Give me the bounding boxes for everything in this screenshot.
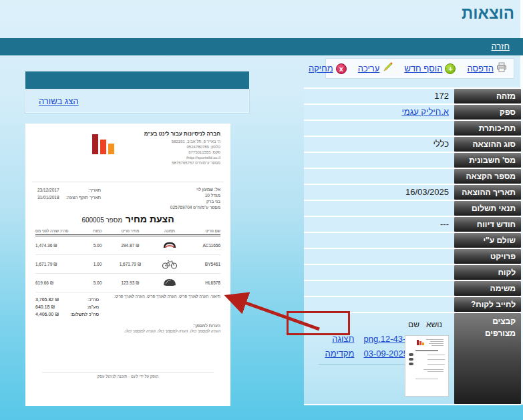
- plus-circle-icon: +: [445, 63, 456, 74]
- thumbnail-logo: [417, 340, 424, 345]
- back-link[interactable]: חזרה: [491, 41, 510, 51]
- detail-value: [304, 233, 454, 248]
- delete-label: מחיקה: [309, 63, 333, 73]
- detail-row-expense-date: תאריך ההוצאה 16/03/2025: [304, 185, 521, 200]
- detail-row-id: מזהה 172: [304, 89, 521, 103]
- document-dates: תאריך:23/12/2017 תאריך תוקף הצעה:31/01/2…: [37, 188, 101, 202]
- handlebar-image: [151, 241, 188, 250]
- detail-label: לחייב לקוח?: [454, 297, 521, 312]
- detail-row-paid-by: שולם ע"י: [304, 233, 521, 248]
- detail-row-supplier: ספק א.חיליק עגמי: [304, 105, 521, 120]
- detail-row-allocation-number: מספר הקצאה: [304, 169, 521, 184]
- document-footer: הופק על ידי לינט - תוכנה לניהול עסק: [25, 375, 230, 379]
- detail-value: כללי: [304, 137, 454, 152]
- expenses-page: הוצאות חזרה הדפסה + הוסף חדש עריכה x מחי…: [0, 0, 523, 420]
- show-inline-box: הצג בשורה: [25, 89, 249, 113]
- company-info: חברה לניסיונות עבור לינט בע"מ ה' באייר 5…: [144, 131, 220, 166]
- items-table: שם פריט תמונה מחיר פריט כמות סה"כ שורה ל…: [35, 229, 220, 299]
- detail-label: לקוח: [454, 265, 521, 280]
- page-title: הוצאות: [462, 4, 514, 23]
- pencil-icon: [382, 62, 393, 75]
- table-row: AC11656 294.87 ₪ 5.00 1,474.36 ₪: [35, 236, 220, 255]
- add-new-label: הוסף חדש: [404, 63, 442, 73]
- detail-value: [304, 153, 454, 168]
- detail-value: 16/03/2025: [304, 185, 454, 200]
- printer-icon: [496, 62, 507, 75]
- helmet-image: [151, 278, 188, 287]
- print-label: הדפסה: [467, 63, 494, 73]
- detail-row-charge-customer: לחייב לקוח?: [304, 297, 521, 312]
- document-totals: סה"כ:3,765.82 ₪ מע"מ:640.18 ₪ סה"כ לתשלו…: [35, 297, 99, 319]
- attachment-thumbnail[interactable]: [405, 335, 449, 397]
- toolbar: הדפסה + הוסף חדש עריכה x מחיקה: [325, 58, 514, 79]
- detail-label: חודש דיווח מע"מ: [454, 217, 521, 232]
- detail-row-vat-report-month: חודש דיווח מע"מ ---: [304, 217, 521, 232]
- detail-value: ---: [304, 217, 454, 232]
- detail-row-task: משימה: [304, 281, 521, 296]
- detail-label: שולם ע"י: [454, 233, 521, 248]
- detail-value: 172: [304, 89, 454, 103]
- x-circle-icon: x: [336, 63, 347, 74]
- detail-value: [304, 169, 454, 184]
- preview-header-bar: [25, 71, 249, 89]
- detail-row-customer: לקוח: [304, 265, 521, 280]
- detail-value: [304, 121, 454, 136]
- detail-row-expense-type: סוג ההוצאה כללי: [304, 137, 521, 152]
- document-preview: חברה לניסיונות עבור לינט בע"מ ה' באייר 5…: [25, 124, 230, 406]
- detail-label: קבצים מצורפים: [454, 313, 521, 404]
- attachment-subject-header: נושא: [426, 317, 442, 332]
- detail-label: מספר הקצאה: [454, 169, 521, 184]
- bicycle-image: [151, 259, 188, 270]
- detail-label: מס' חשבונית: [454, 153, 521, 168]
- top-nav-bar: חזרה: [0, 38, 523, 55]
- items-table-header: שם פריט תמונה מחיר פריט כמות סה"כ שורה ל…: [35, 229, 220, 236]
- detail-label: תנאי תשלום: [454, 201, 521, 216]
- detail-value: [304, 201, 454, 216]
- detail-row-payment-terms: תנאי תשלום: [304, 201, 521, 216]
- edit-label: עריכה: [358, 63, 380, 73]
- detail-label: תת-כותרת: [454, 121, 521, 136]
- detail-value: [304, 249, 454, 264]
- show-inline-link[interactable]: הצג בשורה: [39, 96, 79, 106]
- detail-label: תאריך ההוצאה: [454, 185, 521, 200]
- attachment-name-header: שם: [408, 317, 419, 332]
- detail-label: משימה: [454, 281, 521, 296]
- edit-button[interactable]: עריכה: [358, 62, 393, 75]
- customer-info: אל: שמעון לוי מגדל 10 בני ברק מספר ע"מ/ח…: [170, 186, 220, 210]
- table-row: HL6578 123.93 ₪ 5.00 619.66 ₪: [35, 274, 220, 292]
- company-logo-bars-icon: [92, 134, 114, 154]
- document-notes: הערות למסמך: הערה למסמך כולו. הערה למסמך…: [124, 323, 220, 333]
- delete-button[interactable]: x מחיקה: [309, 63, 347, 74]
- company-name: חברה לניסיונות עבור לינט בע"מ: [144, 131, 220, 137]
- document-divider: [32, 182, 224, 182]
- detail-label: פרויקט: [454, 249, 521, 264]
- detail-row-invoice-number: מס' חשבונית: [304, 153, 521, 168]
- add-new-button[interactable]: + הוסף חדש: [404, 63, 456, 74]
- detail-label: ספק: [454, 105, 521, 120]
- detail-label: מזהה: [454, 89, 521, 103]
- expense-details-panel: מזהה 172 ספק א.חיליק עגמי תת-כותרת סוג ה…: [304, 87, 521, 405]
- attachments-headers: נושא שם: [408, 317, 442, 332]
- supplier-link[interactable]: א.חיליק עגמי: [401, 107, 449, 117]
- detail-label: סוג ההוצאה: [454, 137, 521, 152]
- detail-row-project: פרויקט: [304, 249, 521, 264]
- annotation-arrow: [219, 284, 333, 341]
- footer-divider: [42, 372, 214, 373]
- print-button[interactable]: הדפסה: [467, 62, 507, 75]
- detail-row-subtitle: תת-כותרת: [304, 121, 521, 136]
- detail-value: [304, 265, 454, 280]
- document-title: הצעת מחיר מספר 600005: [25, 213, 230, 225]
- table-row: BY5461 1,671.79 ₪ 1.00 1,671.79 ₪: [35, 255, 220, 274]
